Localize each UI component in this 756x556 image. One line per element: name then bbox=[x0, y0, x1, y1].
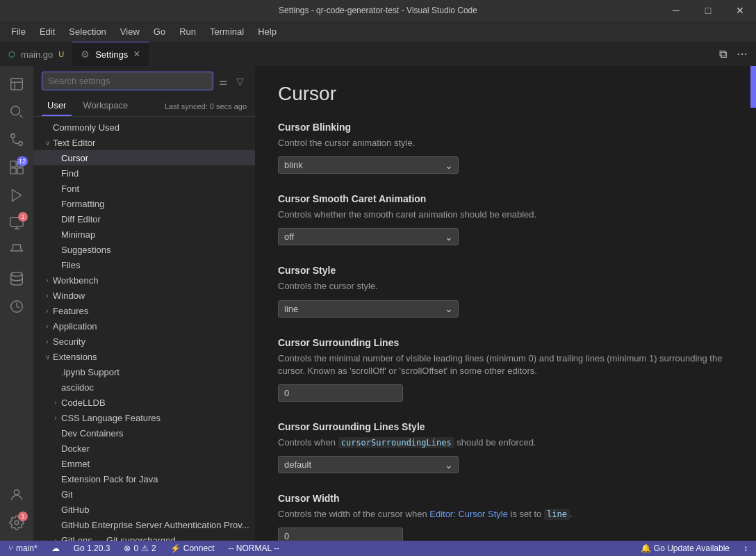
sidebar-item-emmet[interactable]: Emmet bbox=[33, 456, 255, 471]
status-errors[interactable]: ⊗ 0 ⚠ 2 bbox=[121, 541, 158, 556]
menu-help[interactable]: Help bbox=[252, 24, 282, 40]
settings-gear-icon[interactable]: 1 bbox=[4, 510, 29, 535]
cursor-style-link[interactable]: Editor: Cursor Style bbox=[429, 509, 508, 519]
status-connect[interactable]: ⚡ Connect bbox=[167, 541, 217, 556]
scroll-thumb[interactable] bbox=[750, 66, 756, 108]
sidebar-item-label: Dev Containers bbox=[61, 428, 124, 439]
sidebar-item-extensions[interactable]: ∨ Extensions bbox=[33, 349, 255, 364]
sync-status: Last synced: 0 secs ago bbox=[165, 102, 247, 111]
sidebar-item-label: GitHub Enterprise Server Authentication … bbox=[61, 520, 249, 530]
sidebar-item-minimap[interactable]: Minimap bbox=[33, 227, 255, 242]
sidebar-item-font[interactable]: Font bbox=[33, 181, 255, 196]
sidebar-item-suggestions[interactable]: Suggestions bbox=[33, 242, 255, 257]
menu-run[interactable]: Run bbox=[174, 24, 202, 40]
setting-cursor-surrounding-lines: Cursor Surrounding Lines Controls the mi… bbox=[278, 337, 734, 402]
remote-icon[interactable]: 1 bbox=[4, 211, 29, 236]
sidebar-item-application[interactable]: › Application bbox=[33, 318, 255, 334]
sidebar-item-label: Window bbox=[53, 291, 85, 301]
sidebar-item-label: Font bbox=[61, 183, 79, 194]
status-sync[interactable]: ↕ bbox=[741, 541, 750, 556]
sidebar-item-security[interactable]: › Security bbox=[33, 334, 255, 349]
close-button[interactable]: ✕ bbox=[724, 0, 756, 21]
tab-close-button[interactable]: × bbox=[133, 49, 140, 60]
sidebar-item-asciidoc[interactable]: asciidoc bbox=[33, 379, 255, 395]
sidebar-item-label: Formatting bbox=[61, 199, 104, 209]
cursor-smooth-caret-select[interactable]: off explicit on bbox=[278, 228, 459, 245]
run-debug-icon[interactable] bbox=[4, 183, 29, 208]
extensions-activity-icon[interactable]: 12 bbox=[4, 155, 29, 180]
status-vim-mode: -- NORMAL -- bbox=[225, 541, 282, 556]
menu-selection[interactable]: Selection bbox=[63, 24, 111, 40]
sidebar-item-label: CodeLLDB bbox=[61, 398, 106, 408]
status-cloud[interactable]: ☁ bbox=[49, 541, 63, 556]
expand-icon: ∨ bbox=[42, 137, 53, 148]
sidebar-item-git[interactable]: Git bbox=[33, 486, 255, 502]
tab-bar: ⬡ main.go U ⚙ Settings × ⧉ ⋯ bbox=[0, 42, 756, 66]
testing-icon[interactable] bbox=[4, 238, 29, 263]
status-branch[interactable]: ⑂ main* bbox=[6, 541, 40, 556]
menu-terminal[interactable]: Terminal bbox=[204, 24, 249, 40]
settings-filter-icon[interactable]: ▽ bbox=[233, 73, 247, 90]
search-input[interactable] bbox=[42, 72, 213, 90]
sidebar-item-github[interactable]: GitHub bbox=[33, 502, 255, 517]
menu-file[interactable]: File bbox=[6, 24, 31, 40]
more-actions-icon[interactable]: ⋯ bbox=[734, 44, 750, 63]
menu-go[interactable]: Go bbox=[148, 24, 171, 40]
split-editor-icon[interactable]: ⧉ bbox=[716, 45, 730, 63]
sidebar-item-docker[interactable]: Docker bbox=[33, 441, 255, 456]
sidebar-item-codelldb[interactable]: › CodeLLDB bbox=[33, 395, 255, 410]
sidebar-item-commonly-used[interactable]: Commonly Used bbox=[33, 120, 255, 135]
sidebar-item-label: GitHub bbox=[61, 505, 89, 515]
explorer-icon[interactable] bbox=[4, 72, 29, 97]
cursor-style-select-wrapper: line block underline line-thin block-out… bbox=[278, 300, 459, 318]
sidebar-item-label: Cursor bbox=[61, 153, 88, 163]
search-activity-icon[interactable] bbox=[4, 99, 29, 124]
sidebar-item-github-enterprise[interactable]: GitHub Enterprise Server Authentication … bbox=[33, 517, 255, 532]
tab-settings[interactable]: ⚙ Settings × bbox=[72, 42, 148, 66]
settings-badge: 1 bbox=[18, 512, 28, 521]
database-icon[interactable] bbox=[4, 266, 29, 291]
sidebar-item-files[interactable]: Files bbox=[33, 257, 255, 272]
sidebar-item-css-language[interactable]: › CSS Language Features bbox=[33, 410, 255, 425]
setting-description: Controls whether the smooth caret animat… bbox=[278, 208, 734, 221]
menu-view[interactable]: View bbox=[115, 24, 145, 40]
status-go-update[interactable]: 🔔 Go Update Available bbox=[638, 541, 732, 556]
maximize-button[interactable]: □ bbox=[692, 0, 724, 21]
tab-main-go[interactable]: ⬡ main.go U bbox=[0, 42, 72, 66]
sidebar-item-dev-containers[interactable]: Dev Containers bbox=[33, 425, 255, 441]
tab-label: main.go bbox=[21, 49, 53, 60]
status-go-version[interactable]: Go 1.20.3 bbox=[71, 541, 113, 556]
sidebar-item-cursor[interactable]: Cursor bbox=[33, 150, 255, 165]
source-control-icon[interactable] bbox=[4, 127, 29, 152]
setting-cursor-surrounding-lines-style: Cursor Surrounding Lines Style Controls … bbox=[278, 421, 734, 473]
sidebar-item-find[interactable]: Find bbox=[33, 165, 255, 181]
cursor-surrounding-style-wrapper: default all bbox=[278, 456, 459, 473]
cursor-width-input[interactable] bbox=[278, 528, 403, 541]
go-version-label: Go 1.20.3 bbox=[74, 543, 110, 553]
filter-icon[interactable]: ⚌ bbox=[216, 73, 231, 90]
connect-icon: ⚡ bbox=[170, 543, 181, 553]
cursor-surrounding-lines-input[interactable] bbox=[278, 384, 403, 402]
sidebar-item-diff-editor[interactable]: Diff Editor bbox=[33, 211, 255, 227]
timeline-icon[interactable] bbox=[4, 294, 29, 319]
setting-cursor-smooth-caret: Cursor Smooth Caret Animation Controls w… bbox=[278, 193, 734, 245]
cursor-blinking-select[interactable]: blink smooth phase expand solid bbox=[278, 156, 459, 174]
sidebar-item-workbench[interactable]: › Workbench bbox=[33, 272, 255, 288]
spacer-icon bbox=[50, 152, 61, 163]
account-icon[interactable] bbox=[4, 482, 29, 507]
sidebar-item-ipynb[interactable]: .ipynb Support bbox=[33, 364, 255, 379]
cursor-surrounding-lines-style-select[interactable]: default all bbox=[278, 456, 459, 473]
cursor-style-select[interactable]: line block underline line-thin block-out… bbox=[278, 300, 459, 318]
menu-edit[interactable]: Edit bbox=[34, 24, 60, 40]
sidebar-item-gitlens[interactable]: › GitLens — Git supercharged bbox=[33, 532, 255, 541]
minimize-button[interactable]: ─ bbox=[660, 0, 692, 21]
sidebar-item-extension-pack-java[interactable]: Extension Pack for Java bbox=[33, 471, 255, 486]
sidebar-item-formatting[interactable]: Formatting bbox=[33, 196, 255, 211]
activity-bar: 12 1 bbox=[0, 66, 33, 541]
sidebar-item-window[interactable]: › Window bbox=[33, 288, 255, 303]
svg-point-3 bbox=[19, 142, 23, 146]
tab-workspace[interactable]: Workspace bbox=[77, 96, 133, 116]
tab-user[interactable]: User bbox=[42, 96, 72, 116]
sidebar-item-features[interactable]: › Features bbox=[33, 303, 255, 318]
sidebar-item-text-editor[interactable]: ∨ Text Editor bbox=[33, 135, 255, 150]
